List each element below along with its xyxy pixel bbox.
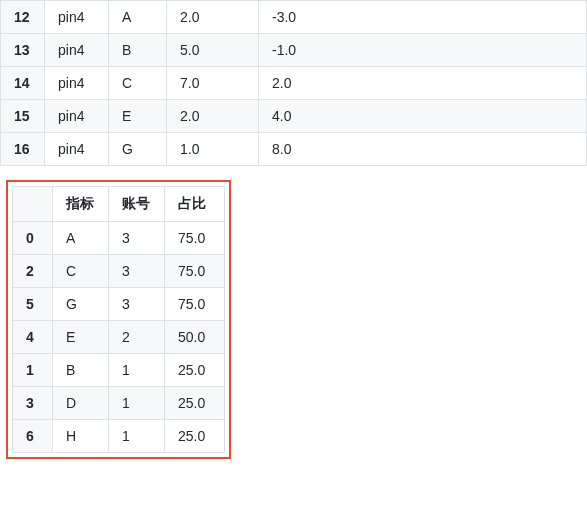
table-row: 2 C 3 75.0 <box>13 255 225 288</box>
cell: 75.0 <box>165 288 225 321</box>
cell: pin4 <box>45 100 109 133</box>
summary-table: 指标 账号 占比 0 A 3 75.0 2 C 3 75.0 5 G 3 <box>12 186 225 453</box>
table-row: 13 pin4 B 5.0 -1.0 <box>1 34 587 67</box>
cell: 1.0 <box>167 133 259 166</box>
row-index: 1 <box>13 354 53 387</box>
highlighted-table-container: 指标 账号 占比 0 A 3 75.0 2 C 3 75.0 5 G 3 <box>6 180 231 459</box>
cell: E <box>53 321 109 354</box>
header-ratio: 占比 <box>165 187 225 222</box>
table-row: 1 B 1 25.0 <box>13 354 225 387</box>
cell: pin4 <box>45 67 109 100</box>
row-index: 5 <box>13 288 53 321</box>
cell: A <box>109 1 167 34</box>
table-row: 0 A 3 75.0 <box>13 222 225 255</box>
cell: -3.0 <box>259 1 587 34</box>
row-index: 16 <box>1 133 45 166</box>
cell: -1.0 <box>259 34 587 67</box>
row-index: 12 <box>1 1 45 34</box>
table-row: 14 pin4 C 7.0 2.0 <box>1 67 587 100</box>
table-row: 3 D 1 25.0 <box>13 387 225 420</box>
cell: 25.0 <box>165 387 225 420</box>
cell: H <box>53 420 109 453</box>
header-indicator: 指标 <box>53 187 109 222</box>
cell: E <box>109 100 167 133</box>
cell: 1 <box>109 420 165 453</box>
cell: pin4 <box>45 34 109 67</box>
row-index: 2 <box>13 255 53 288</box>
header-row: 指标 账号 占比 <box>13 187 225 222</box>
cell: G <box>109 133 167 166</box>
cell: 2.0 <box>167 1 259 34</box>
table-row: 4 E 2 50.0 <box>13 321 225 354</box>
row-index: 3 <box>13 387 53 420</box>
cell: B <box>53 354 109 387</box>
cell: B <box>109 34 167 67</box>
cell: C <box>109 67 167 100</box>
cell: G <box>53 288 109 321</box>
table-row: 16 pin4 G 1.0 8.0 <box>1 133 587 166</box>
cell: 1 <box>109 387 165 420</box>
cell: 2.0 <box>167 100 259 133</box>
table-row: 12 pin4 A 2.0 -3.0 <box>1 1 587 34</box>
upper-table-container: 12 pin4 A 2.0 -3.0 13 pin4 B 5.0 -1.0 14… <box>0 0 587 166</box>
cell: 2.0 <box>259 67 587 100</box>
cell: pin4 <box>45 1 109 34</box>
cell: C <box>53 255 109 288</box>
cell: 8.0 <box>259 133 587 166</box>
cell: 7.0 <box>167 67 259 100</box>
cell: A <box>53 222 109 255</box>
row-index: 4 <box>13 321 53 354</box>
cell: 25.0 <box>165 420 225 453</box>
cell: 3 <box>109 255 165 288</box>
header-blank <box>13 187 53 222</box>
row-index: 13 <box>1 34 45 67</box>
row-index: 0 <box>13 222 53 255</box>
cell: 1 <box>109 354 165 387</box>
cell: pin4 <box>45 133 109 166</box>
row-index: 6 <box>13 420 53 453</box>
row-index: 15 <box>1 100 45 133</box>
cell: 3 <box>109 288 165 321</box>
cell: 25.0 <box>165 354 225 387</box>
cell: 75.0 <box>165 222 225 255</box>
table-row: 5 G 3 75.0 <box>13 288 225 321</box>
cell: 50.0 <box>165 321 225 354</box>
table-row: 15 pin4 E 2.0 4.0 <box>1 100 587 133</box>
cell: 75.0 <box>165 255 225 288</box>
cell: 4.0 <box>259 100 587 133</box>
upper-data-table: 12 pin4 A 2.0 -3.0 13 pin4 B 5.0 -1.0 14… <box>0 0 587 166</box>
cell: 2 <box>109 321 165 354</box>
cell: 3 <box>109 222 165 255</box>
table-row: 6 H 1 25.0 <box>13 420 225 453</box>
header-account: 账号 <box>109 187 165 222</box>
cell: D <box>53 387 109 420</box>
cell: 5.0 <box>167 34 259 67</box>
row-index: 14 <box>1 67 45 100</box>
